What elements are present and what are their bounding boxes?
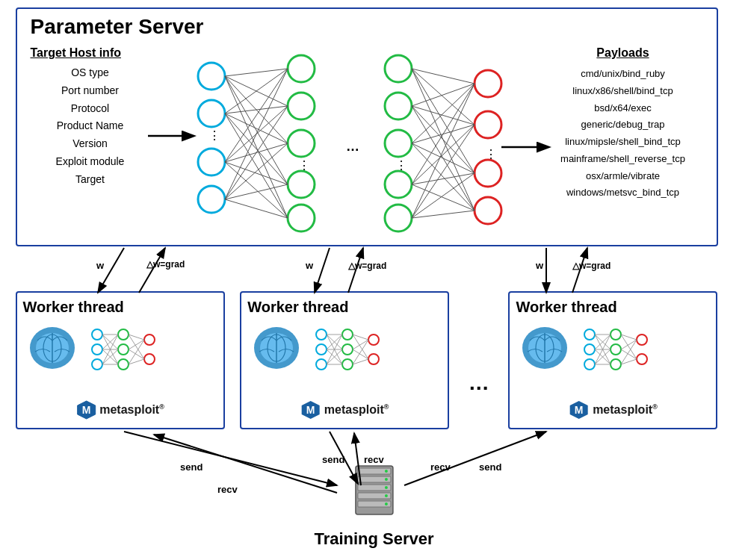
svg-point-133 bbox=[637, 335, 647, 345]
worker-thread-2: Worker thread bbox=[240, 291, 449, 429]
training-server-title: Training Server bbox=[314, 529, 433, 549]
svg-line-26 bbox=[225, 162, 288, 218]
svg-text:△w=grad: △w=grad bbox=[347, 261, 386, 271]
svg-line-20 bbox=[225, 113, 288, 184]
svg-line-173 bbox=[572, 248, 587, 293]
list-item: linux/mipsle/shell_bind_tcp bbox=[537, 134, 709, 151]
svg-point-71 bbox=[92, 359, 102, 370]
svg-point-134 bbox=[637, 354, 647, 364]
metasploit-text-2: metasploit® bbox=[324, 403, 389, 417]
payloads-list: cmd/unix/bind_ruby linux/x86/shell/bind_… bbox=[537, 66, 709, 202]
worker-title-1: Worker thread bbox=[23, 299, 217, 316]
svg-line-116 bbox=[353, 335, 368, 359]
worker-title-3: Worker thread bbox=[516, 299, 710, 316]
worker-content-1 bbox=[23, 320, 217, 379]
svg-line-149 bbox=[621, 359, 637, 364]
svg-line-22 bbox=[225, 69, 288, 162]
svg-line-55 bbox=[412, 143, 475, 211]
svg-point-129 bbox=[584, 359, 595, 370]
mini-neural-net-2 bbox=[310, 323, 385, 376]
svg-line-90 bbox=[129, 340, 144, 364]
mini-neural-net-3 bbox=[578, 323, 653, 376]
svg-line-165 bbox=[139, 248, 165, 293]
svg-point-38 bbox=[385, 205, 412, 231]
training-server: Training Server bbox=[314, 462, 433, 549]
svg-point-75 bbox=[144, 335, 155, 345]
svg-text:send: send bbox=[180, 461, 203, 473]
svg-point-39 bbox=[475, 70, 501, 97]
svg-line-119 bbox=[353, 340, 368, 364]
metasploit-text-1: metasploit® bbox=[99, 403, 164, 417]
brain-icon-1 bbox=[26, 326, 78, 374]
svg-text:M: M bbox=[81, 404, 90, 416]
parameter-server-box: Parameter Server Target Host info OS typ… bbox=[16, 7, 718, 246]
svg-text:M: M bbox=[306, 404, 315, 416]
svg-point-70 bbox=[92, 344, 102, 355]
svg-line-87 bbox=[129, 335, 144, 359]
svg-point-158 bbox=[385, 470, 388, 473]
svg-point-127 bbox=[584, 329, 595, 340]
workers-row: Worker thread bbox=[16, 291, 718, 429]
svg-text:w: w bbox=[305, 260, 314, 271]
svg-text:△w=grad: △w=grad bbox=[572, 261, 611, 271]
svg-line-19 bbox=[225, 113, 288, 143]
svg-line-27 bbox=[225, 69, 288, 199]
svg-text:⋮: ⋮ bbox=[298, 159, 310, 172]
svg-point-2 bbox=[198, 100, 225, 127]
svg-text:⋮: ⋮ bbox=[395, 159, 407, 172]
svg-line-117 bbox=[353, 340, 368, 349]
svg-line-89 bbox=[129, 349, 144, 359]
svg-point-76 bbox=[144, 354, 155, 364]
svg-line-148 bbox=[621, 340, 637, 364]
svg-line-28 bbox=[225, 106, 288, 199]
svg-point-101 bbox=[342, 329, 353, 340]
svg-line-88 bbox=[129, 340, 144, 349]
svg-text:recv: recv bbox=[217, 484, 238, 495]
svg-line-120 bbox=[353, 359, 368, 364]
svg-text:⋮: ⋮ bbox=[208, 129, 220, 142]
svg-point-6 bbox=[288, 55, 315, 82]
svg-point-132 bbox=[611, 359, 621, 370]
metasploit-logo-1: M metasploit® bbox=[75, 399, 164, 420]
metasploit-icon-1: M bbox=[75, 399, 96, 420]
svg-point-103 bbox=[342, 359, 353, 370]
metasploit-text-3: metasploit® bbox=[593, 403, 658, 417]
svg-point-10 bbox=[288, 171, 315, 198]
svg-point-162 bbox=[385, 503, 388, 505]
svg-point-5 bbox=[198, 186, 225, 213]
svg-line-177 bbox=[154, 435, 337, 493]
svg-line-29 bbox=[225, 143, 288, 199]
svg-line-15 bbox=[225, 76, 288, 184]
svg-point-37 bbox=[385, 171, 412, 198]
svg-point-131 bbox=[611, 344, 621, 355]
svg-text:w: w bbox=[535, 260, 544, 271]
payloads-title: Payloads bbox=[537, 46, 709, 60]
svg-point-7 bbox=[288, 93, 315, 119]
list-item: cmd/unix/bind_ruby bbox=[537, 66, 709, 83]
svg-line-91 bbox=[129, 359, 144, 364]
svg-line-163 bbox=[98, 248, 124, 293]
svg-point-73 bbox=[118, 344, 129, 355]
brain-icon-2 bbox=[250, 326, 303, 374]
svg-point-159 bbox=[385, 478, 388, 481]
svg-line-44 bbox=[412, 69, 475, 84]
svg-point-40 bbox=[475, 111, 501, 138]
svg-text:send: send bbox=[479, 461, 501, 473]
svg-point-160 bbox=[385, 486, 388, 489]
metasploit-icon-2: M bbox=[300, 399, 321, 420]
svg-text:w: w bbox=[96, 260, 105, 271]
worker-thread-3: Worker thread bbox=[508, 291, 717, 429]
svg-point-100 bbox=[316, 359, 327, 370]
svg-point-99 bbox=[316, 344, 327, 355]
svg-point-35 bbox=[385, 130, 412, 157]
metasploit-icon-3: M bbox=[569, 399, 590, 420]
payloads-section: Payloads cmd/unix/bind_ruby linux/x86/sh… bbox=[537, 46, 709, 202]
svg-line-146 bbox=[621, 340, 637, 349]
list-item: osx/armle/vibrate bbox=[537, 168, 709, 185]
svg-point-42 bbox=[475, 160, 501, 187]
worker-content-3 bbox=[516, 320, 710, 379]
svg-point-104 bbox=[368, 335, 379, 345]
svg-line-48 bbox=[412, 84, 475, 106]
list-item: bsd/x64/exec bbox=[537, 100, 709, 117]
worker-thread-1: Worker thread bbox=[16, 291, 225, 429]
